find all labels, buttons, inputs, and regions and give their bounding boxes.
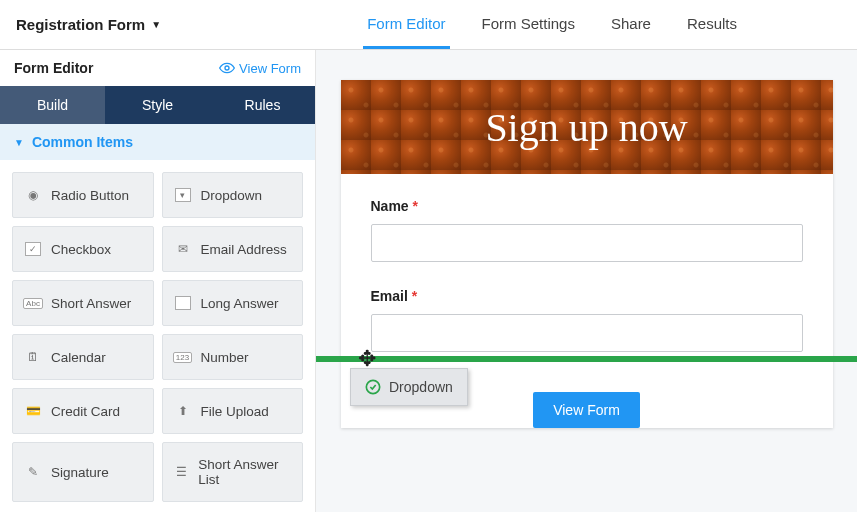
item-label: Checkbox (51, 242, 111, 257)
item-number[interactable]: 123Number (162, 334, 304, 380)
drop-indicator (316, 356, 857, 362)
calendar-icon: 🗓 (23, 349, 43, 365)
drag-ghost-label: Dropdown (389, 379, 453, 395)
sidebar-tabs: Build Style Rules (0, 86, 315, 124)
list-icon: ☰ (173, 464, 191, 480)
form-title-text: Registration Form (16, 16, 145, 33)
nav-share[interactable]: Share (607, 1, 655, 49)
field-label-text: Name (371, 198, 409, 214)
item-file-upload[interactable]: ⬆File Upload (162, 388, 304, 434)
item-short-answer-list[interactable]: ☰Short Answer List (162, 442, 304, 502)
radio-icon: ◉ (23, 187, 43, 203)
item-label: Short Answer List (198, 457, 292, 487)
view-form-button[interactable]: View Form (533, 392, 640, 428)
sidebar: Form Editor View Form Build Style Rules … (0, 50, 316, 512)
item-label: Dropdown (201, 188, 263, 203)
email-icon: ✉ (173, 241, 193, 257)
tab-style[interactable]: Style (105, 86, 210, 124)
item-short-answer[interactable]: AbcShort Answer (12, 280, 154, 326)
caret-down-icon: ▼ (151, 19, 161, 30)
nav-form-settings[interactable]: Form Settings (478, 1, 579, 49)
view-form-link-label: View Form (239, 61, 301, 76)
tab-rules[interactable]: Rules (210, 86, 315, 124)
number-icon: 123 (173, 349, 193, 365)
field-email[interactable]: Email * (371, 288, 803, 352)
item-radio-button[interactable]: ◉Radio Button (12, 172, 154, 218)
field-label-text: Email (371, 288, 408, 304)
item-label: Radio Button (51, 188, 129, 203)
item-label: Credit Card (51, 404, 120, 419)
item-calendar[interactable]: 🗓Calendar (12, 334, 154, 380)
nav-form-editor[interactable]: Form Editor (363, 1, 449, 49)
top-bar: Registration Form ▼ Form Editor Form Set… (0, 0, 857, 50)
item-signature[interactable]: ✎Signature (12, 442, 154, 502)
item-long-answer[interactable]: Long Answer (162, 280, 304, 326)
field-name[interactable]: Name * (371, 198, 803, 262)
item-dropdown[interactable]: ▾Dropdown (162, 172, 304, 218)
svg-point-0 (225, 66, 229, 70)
email-input[interactable] (371, 314, 803, 352)
text-icon: Abc (23, 295, 43, 311)
item-email[interactable]: ✉Email Address (162, 226, 304, 272)
required-mark: * (413, 198, 418, 214)
form-title-dropdown[interactable]: Registration Form ▼ (16, 16, 161, 33)
required-mark: * (412, 288, 417, 304)
field-label: Name * (371, 198, 803, 214)
section-common-items[interactable]: ▼ Common Items (0, 124, 315, 160)
form-canvas[interactable]: Sign up now Name * Email * View Form ✥ D… (316, 50, 857, 512)
item-label: Calendar (51, 350, 106, 365)
dropdown-icon: ▾ (173, 187, 193, 203)
form-header[interactable]: Sign up now (341, 80, 833, 174)
item-label: Short Answer (51, 296, 131, 311)
check-circle-icon (365, 379, 381, 395)
tab-build[interactable]: Build (0, 86, 105, 124)
item-checkbox[interactable]: ✓Checkbox (12, 226, 154, 272)
view-form-link[interactable]: View Form (219, 60, 301, 76)
item-label: Signature (51, 465, 109, 480)
name-input[interactable] (371, 224, 803, 262)
item-credit-card[interactable]: 💳Credit Card (12, 388, 154, 434)
item-label: File Upload (201, 404, 269, 419)
card-icon: 💳 (23, 403, 43, 419)
section-label: Common Items (32, 134, 133, 150)
textarea-icon (173, 295, 193, 311)
checkbox-icon: ✓ (23, 241, 43, 257)
drag-ghost-dropdown: Dropdown (350, 368, 468, 406)
eye-icon (219, 60, 235, 76)
nav-results[interactable]: Results (683, 1, 741, 49)
sidebar-title: Form Editor (14, 60, 93, 76)
signature-icon: ✎ (23, 464, 43, 480)
item-label: Long Answer (201, 296, 279, 311)
item-label: Email Address (201, 242, 287, 257)
form-header-title: Sign up now (485, 104, 687, 151)
caret-down-icon: ▼ (14, 137, 24, 148)
field-label: Email * (371, 288, 803, 304)
item-label: Number (201, 350, 249, 365)
top-nav: Form Editor Form Settings Share Results (363, 1, 841, 49)
items-grid: ◉Radio Button ▾Dropdown ✓Checkbox ✉Email… (0, 160, 315, 512)
upload-icon: ⬆ (173, 403, 193, 419)
